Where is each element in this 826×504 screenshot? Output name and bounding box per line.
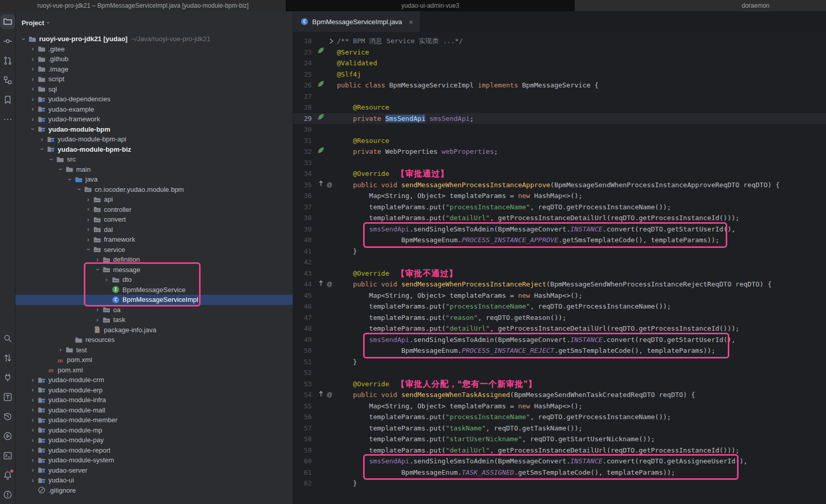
editor-tab-bpmmessageserviceimpl[interactable]: C BpmMessageServiceImpl.java × <box>293 11 420 32</box>
code-text[interactable]: smsSendApi.sendSingleSmsToAdmin(BpmMessa… <box>337 334 735 346</box>
tree-item-oa[interactable]: ›oa <box>15 305 293 315</box>
code-text[interactable]: @Validated <box>337 58 377 69</box>
chevron-icon[interactable]: › <box>30 125 36 133</box>
line-number[interactable]: 23 <box>293 47 312 58</box>
tree-item-yudao-framework[interactable]: ›yudao-framework <box>15 114 293 124</box>
code-line-23[interactable]: 23@Service <box>293 47 826 58</box>
tree-item-cn-iocoder-yudao-module-bpm[interactable]: ›cn.iocoder.yudao.module.bpm <box>15 185 293 195</box>
chevron-icon[interactable]: › <box>29 377 37 383</box>
code-line-38[interactable]: 38 templateParams.put("detailUrl", getPr… <box>293 212 826 224</box>
tree-item-yudao-module-erp[interactable]: ›yudao-module-erp <box>15 385 293 395</box>
run-icon[interactable] <box>1 429 15 443</box>
chevron-icon[interactable]: › <box>29 106 37 112</box>
tree-item-pom-xml[interactable]: ›mpom.xml <box>15 355 293 365</box>
spring-bean-icon[interactable] <box>317 46 325 58</box>
tree-item-service[interactable]: ›service <box>15 245 293 255</box>
chevron-icon[interactable]: › <box>29 467 37 473</box>
line-number[interactable]: 43 <box>293 268 312 279</box>
tree-item-script[interactable]: ›script <box>15 74 293 84</box>
code-text[interactable]: BpmMessageEnum.TASK_ASSIGNED.getSmsTempl… <box>337 467 675 478</box>
code-line-50[interactable]: 50 BpmMessageEnum.PROCESS_INSTANCE_REJEC… <box>293 345 826 356</box>
line-number[interactable]: 58 <box>293 434 312 445</box>
line-number[interactable]: 57 <box>293 423 312 434</box>
code-text[interactable]: } <box>337 356 357 368</box>
code-text[interactable]: BpmMessageEnum.PROCESS_INSTANCE_APPROVE.… <box>337 235 720 246</box>
code-editor[interactable]: 18/** BPM 消息 Service 实现类 ...*/23@Service… <box>293 32 826 504</box>
code-line-32[interactable]: 32 private WebProperties webProperties; <box>293 146 826 157</box>
close-icon[interactable]: × <box>409 17 414 26</box>
chevron-icon[interactable]: › <box>29 447 37 453</box>
tree-item-main[interactable]: ›main <box>15 165 293 175</box>
code-text[interactable]: @Service <box>337 47 369 58</box>
code-line-30[interactable]: 30 <box>293 124 826 135</box>
code-line-59[interactable]: 59 templateParams.put("detailUrl", getPr… <box>293 445 826 456</box>
chevron-icon[interactable]: › <box>29 407 37 413</box>
chevron-icon[interactable]: › <box>29 397 37 403</box>
code-line-35[interactable]: 35@ public void sendMessageWhenProcessIn… <box>293 179 826 191</box>
code-line-33[interactable]: 33 <box>293 157 826 169</box>
tree-item-task[interactable]: ›task <box>15 315 293 325</box>
tree-item-message[interactable]: ›message <box>15 265 293 275</box>
tree-item-definition[interactable]: ›definition <box>15 255 293 265</box>
code-text[interactable]: Map<String, Object> templateParams = new… <box>337 401 582 412</box>
code-text[interactable]: @Override <box>337 379 389 390</box>
code-line-18[interactable]: 18/** BPM 消息 Service 实现类 ...*/ <box>293 35 826 47</box>
line-number[interactable]: 53 <box>293 379 312 390</box>
tree-item-src[interactable]: ›src <box>15 154 293 165</box>
tree-item-test[interactable]: ›test <box>15 345 293 355</box>
line-number[interactable]: 48 <box>293 323 312 334</box>
spring-bean-icon[interactable] <box>317 113 325 124</box>
overrides-icon[interactable] <box>317 389 325 401</box>
line-number[interactable]: 50 <box>293 345 312 356</box>
tree-item-yudao-module-bpm-api[interactable]: ›yudao-module-bpm-api <box>15 134 293 145</box>
line-number[interactable]: 29 <box>293 113 312 124</box>
notifications-icon[interactable] <box>1 468 15 482</box>
chevron-icon[interactable]: › <box>76 186 82 193</box>
project-icon[interactable] <box>1 14 15 29</box>
code-line-25[interactable]: 25@Slf4j <box>293 69 826 80</box>
line-number[interactable]: 51 <box>293 356 312 368</box>
code-text[interactable]: templateParams.put("processInstanceName"… <box>337 411 671 423</box>
chevron-icon[interactable]: › <box>29 96 37 102</box>
code-line-43[interactable]: 43 @Override【审批不通过】 <box>293 268 826 279</box>
chevron-icon[interactable]: › <box>29 457 37 463</box>
chevron-icon[interactable]: › <box>29 56 37 62</box>
overrides-icon[interactable] <box>317 279 325 291</box>
line-number[interactable]: 41 <box>293 246 312 257</box>
chevron-icon[interactable]: › <box>29 66 37 72</box>
window-title-intellij[interactable]: ruoyi-vue-pro-jdk21 – BpmMessageServiceI… <box>0 0 286 11</box>
tree-item-sql[interactable]: ›sql <box>15 84 293 95</box>
tree-item-pom-xml[interactable]: ›mpom.xml <box>15 365 293 375</box>
code-text[interactable]: @Resource <box>337 102 389 113</box>
line-number[interactable]: 39 <box>293 224 312 235</box>
code-text[interactable]: } <box>337 478 357 489</box>
code-line-61[interactable]: 61 BpmMessageEnum.TASK_ASSIGNED.getSmsTe… <box>293 467 826 478</box>
code-line-60[interactable]: 60 smsSendApi.sendSingleSmsToAdmin(BpmMe… <box>293 456 826 467</box>
code-text[interactable]: templateParams.put("reason", reqDTO.getR… <box>337 312 566 323</box>
line-number[interactable]: 44 <box>293 279 312 290</box>
code-line-39[interactable]: 39 smsSendApi.sendSingleSmsToAdmin(BpmMe… <box>293 224 826 235</box>
project-panel-header[interactable]: Project › <box>15 11 293 34</box>
line-number[interactable]: 32 <box>293 146 312 157</box>
code-text[interactable]: private SmsSendApi smsSendApi; <box>337 113 474 124</box>
code-line-52[interactable]: 52 <box>293 367 826 379</box>
tree-item-resources[interactable]: ›resources <box>15 335 293 345</box>
tree-item-ruoyi-vue-pro-jdk21-yudao[interactable]: ›ruoyi-vue-pro-jdk21 [yudao]~/Java/ruoyi… <box>15 34 293 44</box>
code-text[interactable]: Map<String, Object> templateParams = new… <box>337 290 582 301</box>
chevron-icon[interactable]: › <box>29 387 37 393</box>
tree-item-yudao-module-mp[interactable]: ›yudao-module-mp <box>15 425 293 436</box>
code-text[interactable]: Map<String, Object> templateParams = new… <box>337 190 582 202</box>
chevron-icon[interactable]: › <box>85 246 92 254</box>
tree-item-gitignore[interactable]: ›.gitignore <box>15 485 293 496</box>
spring-bean-icon[interactable] <box>317 146 325 158</box>
chevron-icon[interactable]: › <box>48 155 55 163</box>
tree-item-yudao-module-system[interactable]: ›yudao-module-system <box>15 455 293 465</box>
chevron-icon[interactable]: › <box>94 317 101 323</box>
tree-item-yudao-dependencies[interactable]: ›yudao-dependencies <box>15 94 293 104</box>
window-title-doraemon[interactable]: doraemon <box>574 0 826 11</box>
chevron-icon[interactable]: › <box>29 477 37 483</box>
code-text[interactable]: BpmMessageEnum.PROCESS_INSTANCE_REJECT.g… <box>337 345 715 356</box>
code-line-24[interactable]: 24@Validated <box>293 58 826 69</box>
chevron-icon[interactable]: › <box>94 307 101 313</box>
line-number[interactable]: 54 <box>293 389 312 401</box>
